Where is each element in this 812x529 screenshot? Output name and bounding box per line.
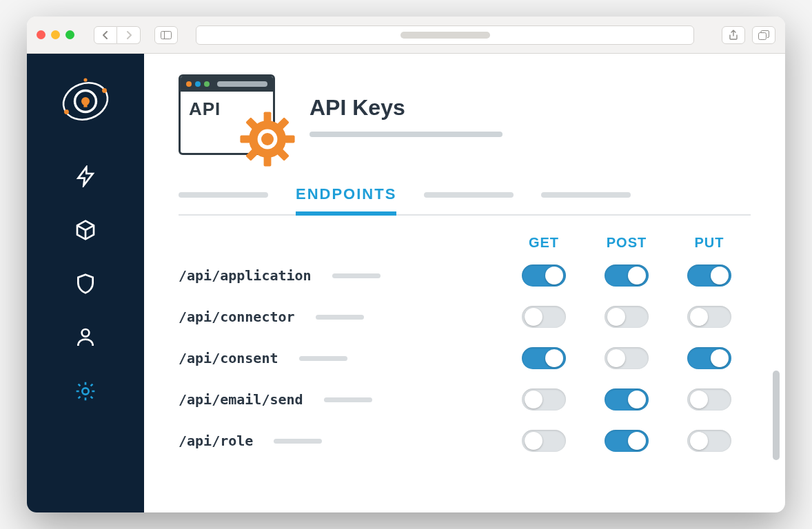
tab-placeholder[interactable]	[179, 192, 268, 198]
traffic-lights	[37, 30, 74, 39]
svg-point-10	[82, 329, 90, 337]
endpoint-path: /api/email/send	[179, 391, 303, 408]
share-button[interactable]	[722, 26, 745, 44]
zoom-window-button[interactable]	[65, 30, 74, 39]
svg-rect-13	[264, 112, 272, 121]
svg-point-7	[64, 110, 69, 114]
gear-icon	[236, 108, 298, 170]
api-illustration: API	[179, 74, 289, 155]
toggle-get[interactable]	[522, 388, 566, 411]
column-post: POST	[585, 235, 668, 251]
sidebar-item-activity[interactable]	[70, 163, 101, 193]
sidebar-item-security[interactable]	[70, 270, 101, 300]
minimize-window-button[interactable]	[51, 30, 60, 39]
sidebar-toggle-button[interactable]	[154, 26, 178, 44]
table-row: /api/role	[179, 420, 751, 461]
toggle-get[interactable]	[522, 430, 566, 452]
svg-point-9	[83, 78, 87, 81]
svg-rect-15	[240, 136, 250, 143]
svg-rect-5	[83, 101, 87, 107]
titlebar	[27, 17, 785, 54]
tabs-button[interactable]	[752, 26, 775, 44]
address-bar[interactable]	[196, 25, 694, 45]
toggle-post[interactable]	[605, 306, 649, 328]
svg-rect-16	[285, 136, 294, 143]
main-content: API	[144, 54, 785, 512]
endpoints-table: GET POST PUT /api/application/api/connec…	[179, 228, 751, 461]
column-put: PUT	[668, 235, 751, 251]
svg-point-8	[102, 88, 107, 93]
browser-window: API	[27, 17, 785, 512]
close-window-button[interactable]	[37, 30, 45, 39]
endpoint-stub	[274, 439, 322, 444]
sidebar-item-packages[interactable]	[70, 216, 101, 247]
cube-icon	[74, 219, 97, 244]
title-underline	[309, 132, 503, 137]
toggle-put[interactable]	[687, 347, 731, 369]
toggle-post[interactable]	[605, 388, 649, 411]
forward-button[interactable]	[117, 26, 141, 44]
endpoint-path: /api/role	[179, 433, 253, 449]
bolt-icon	[74, 165, 97, 190]
svg-rect-0	[161, 31, 172, 39]
user-icon	[74, 326, 97, 351]
toggle-get[interactable]	[522, 347, 566, 369]
address-bar-placeholder	[400, 32, 490, 39]
toggle-put[interactable]	[687, 388, 731, 411]
app-logo	[54, 70, 116, 132]
table-row: /api/consent	[179, 338, 751, 379]
endpoint-stub	[316, 315, 364, 320]
tab-placeholder[interactable]	[541, 192, 631, 198]
sidebar-item-settings[interactable]	[70, 377, 101, 408]
table-row: /api/connector	[179, 296, 751, 338]
table-row: /api/email/send	[179, 379, 751, 420]
svg-rect-14	[264, 156, 272, 166]
toggle-post[interactable]	[605, 264, 649, 287]
sidebar	[27, 54, 144, 512]
toggle-post[interactable]	[605, 430, 649, 452]
shield-icon	[74, 273, 97, 298]
toggle-put[interactable]	[687, 264, 731, 287]
svg-point-11	[82, 388, 88, 394]
table-header: GET POST PUT	[179, 228, 751, 255]
toggle-post[interactable]	[605, 347, 649, 369]
tabs: ENDPOINTS	[179, 185, 751, 216]
nav-buttons	[94, 26, 141, 44]
toggle-put[interactable]	[687, 430, 731, 452]
back-button[interactable]	[94, 26, 117, 44]
endpoint-stub	[332, 273, 380, 278]
toggle-put[interactable]	[687, 306, 731, 328]
endpoint-path: /api/connector	[179, 309, 295, 325]
toggle-get[interactable]	[522, 306, 566, 328]
gear-icon	[74, 380, 97, 405]
endpoint-path: /api/consent	[179, 350, 278, 366]
svg-rect-2	[759, 32, 767, 39]
endpoint-stub	[299, 356, 347, 361]
page-header: API	[179, 74, 751, 155]
toggle-get[interactable]	[522, 264, 566, 287]
table-row: /api/application	[179, 255, 751, 296]
tab-placeholder[interactable]	[424, 192, 514, 198]
tab-endpoints[interactable]: ENDPOINTS	[296, 185, 396, 216]
endpoint-stub	[324, 397, 372, 402]
scrollbar-thumb[interactable]	[773, 371, 780, 460]
page-title: API Keys	[309, 95, 751, 121]
column-get: GET	[503, 235, 585, 251]
sidebar-item-users[interactable]	[70, 324, 101, 354]
endpoint-path: /api/application	[179, 267, 312, 284]
svg-point-22	[261, 133, 274, 145]
